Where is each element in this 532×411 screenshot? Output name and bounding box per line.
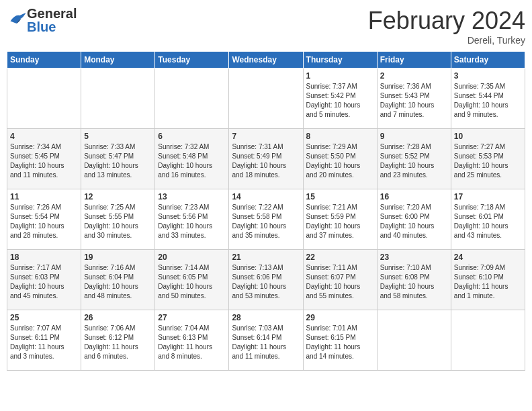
logo: General Blue bbox=[7, 7, 77, 34]
location: Dereli, Turkey bbox=[368, 35, 525, 46]
day-number: 8 bbox=[306, 132, 374, 141]
day-number: 25 bbox=[10, 313, 78, 322]
day-number: 16 bbox=[380, 192, 448, 201]
day-number: 19 bbox=[84, 253, 152, 262]
day-number: 4 bbox=[10, 132, 78, 141]
calendar-cell: 5Sunrise: 7:33 AM Sunset: 5:47 PM Daylig… bbox=[81, 129, 155, 189]
day-number: 5 bbox=[84, 132, 152, 141]
day-info: Sunrise: 7:14 AM Sunset: 6:05 PM Dayligh… bbox=[158, 263, 226, 301]
day-number: 24 bbox=[454, 253, 522, 262]
calendar-cell: 24Sunrise: 7:09 AM Sunset: 6:10 PM Dayli… bbox=[451, 250, 525, 310]
calendar-cell bbox=[451, 310, 525, 371]
day-number: 1 bbox=[306, 71, 374, 81]
calendar-cell: 15Sunrise: 7:21 AM Sunset: 5:59 PM Dayli… bbox=[303, 189, 377, 250]
calendar-cell: 2Sunrise: 7:36 AM Sunset: 5:43 PM Daylig… bbox=[377, 68, 451, 129]
day-info: Sunrise: 7:21 AM Sunset: 5:59 PM Dayligh… bbox=[306, 203, 374, 240]
day-number: 9 bbox=[380, 132, 448, 141]
logo-bird-icon bbox=[8, 11, 27, 27]
day-info: Sunrise: 7:25 AM Sunset: 5:55 PM Dayligh… bbox=[84, 203, 152, 240]
day-info: Sunrise: 7:07 AM Sunset: 6:11 PM Dayligh… bbox=[10, 324, 78, 361]
day-info: Sunrise: 7:09 AM Sunset: 6:10 PM Dayligh… bbox=[454, 263, 522, 301]
day-info: Sunrise: 7:34 AM Sunset: 5:45 PM Dayligh… bbox=[10, 142, 78, 180]
calendar-cell bbox=[7, 68, 81, 129]
calendar-cell: 6Sunrise: 7:32 AM Sunset: 5:48 PM Daylig… bbox=[155, 129, 229, 189]
week-row-4: 18Sunrise: 7:17 AM Sunset: 6:03 PM Dayli… bbox=[7, 250, 525, 310]
day-number: 11 bbox=[10, 192, 78, 201]
calendar-cell: 20Sunrise: 7:14 AM Sunset: 6:05 PM Dayli… bbox=[155, 250, 229, 310]
day-info: Sunrise: 7:22 AM Sunset: 5:58 PM Dayligh… bbox=[232, 203, 300, 240]
day-info: Sunrise: 7:06 AM Sunset: 6:12 PM Dayligh… bbox=[84, 324, 152, 361]
calendar-cell: 26Sunrise: 7:06 AM Sunset: 6:12 PM Dayli… bbox=[81, 310, 155, 371]
col-header-tuesday: Tuesday bbox=[155, 52, 229, 68]
day-number: 27 bbox=[158, 313, 226, 322]
calendar-cell: 12Sunrise: 7:25 AM Sunset: 5:55 PM Dayli… bbox=[81, 189, 155, 250]
day-info: Sunrise: 7:23 AM Sunset: 5:56 PM Dayligh… bbox=[158, 203, 226, 240]
calendar-cell: 9Sunrise: 7:28 AM Sunset: 5:52 PM Daylig… bbox=[377, 129, 451, 189]
day-info: Sunrise: 7:31 AM Sunset: 5:49 PM Dayligh… bbox=[232, 142, 300, 180]
calendar-cell: 23Sunrise: 7:10 AM Sunset: 6:08 PM Dayli… bbox=[377, 250, 451, 310]
week-row-5: 25Sunrise: 7:07 AM Sunset: 6:11 PM Dayli… bbox=[7, 310, 525, 371]
day-number: 3 bbox=[454, 71, 522, 81]
calendar-cell: 18Sunrise: 7:17 AM Sunset: 6:03 PM Dayli… bbox=[7, 250, 81, 310]
calendar-cell: 10Sunrise: 7:27 AM Sunset: 5:53 PM Dayli… bbox=[451, 129, 525, 189]
day-number: 29 bbox=[306, 313, 374, 322]
col-header-sunday: Sunday bbox=[7, 52, 81, 68]
day-info: Sunrise: 7:37 AM Sunset: 5:42 PM Dayligh… bbox=[306, 82, 374, 120]
day-info: Sunrise: 7:32 AM Sunset: 5:48 PM Dayligh… bbox=[158, 142, 226, 180]
day-info: Sunrise: 7:36 AM Sunset: 5:43 PM Dayligh… bbox=[380, 82, 448, 120]
calendar-cell bbox=[81, 68, 155, 129]
day-number: 28 bbox=[232, 313, 300, 322]
calendar-cell: 21Sunrise: 7:13 AM Sunset: 6:06 PM Dayli… bbox=[229, 250, 303, 310]
calendar-table: SundayMondayTuesdayWednesdayThursdayFrid… bbox=[7, 51, 525, 371]
logo-line2: Blue bbox=[27, 20, 77, 34]
calendar-cell: 4Sunrise: 7:34 AM Sunset: 5:45 PM Daylig… bbox=[7, 129, 81, 189]
logo-line1: General bbox=[27, 7, 77, 20]
calendar-cell: 22Sunrise: 7:11 AM Sunset: 6:07 PM Dayli… bbox=[303, 250, 377, 310]
day-info: Sunrise: 7:27 AM Sunset: 5:53 PM Dayligh… bbox=[454, 142, 522, 180]
col-header-monday: Monday bbox=[81, 52, 155, 68]
week-row-1: 1Sunrise: 7:37 AM Sunset: 5:42 PM Daylig… bbox=[7, 68, 525, 129]
col-header-saturday: Saturday bbox=[451, 52, 525, 68]
day-number: 12 bbox=[84, 192, 152, 201]
col-header-wednesday: Wednesday bbox=[229, 52, 303, 68]
day-info: Sunrise: 7:20 AM Sunset: 6:00 PM Dayligh… bbox=[380, 203, 448, 240]
day-info: Sunrise: 7:33 AM Sunset: 5:47 PM Dayligh… bbox=[84, 142, 152, 180]
calendar-cell: 25Sunrise: 7:07 AM Sunset: 6:11 PM Dayli… bbox=[7, 310, 81, 371]
calendar-cell: 14Sunrise: 7:22 AM Sunset: 5:58 PM Dayli… bbox=[229, 189, 303, 250]
day-info: Sunrise: 7:29 AM Sunset: 5:50 PM Dayligh… bbox=[306, 142, 374, 180]
calendar-cell: 8Sunrise: 7:29 AM Sunset: 5:50 PM Daylig… bbox=[303, 129, 377, 189]
calendar-cell bbox=[377, 310, 451, 371]
calendar-cell: 1Sunrise: 7:37 AM Sunset: 5:42 PM Daylig… bbox=[303, 68, 377, 129]
week-row-2: 4Sunrise: 7:34 AM Sunset: 5:45 PM Daylig… bbox=[7, 129, 525, 189]
day-number: 20 bbox=[158, 253, 226, 262]
day-number: 7 bbox=[232, 132, 300, 141]
month-title: February 2024 bbox=[368, 7, 525, 35]
day-number: 10 bbox=[454, 132, 522, 141]
day-number: 2 bbox=[380, 71, 448, 81]
calendar-cell: 29Sunrise: 7:01 AM Sunset: 6:15 PM Dayli… bbox=[303, 310, 377, 371]
day-info: Sunrise: 7:16 AM Sunset: 6:04 PM Dayligh… bbox=[84, 263, 152, 301]
day-info: Sunrise: 7:11 AM Sunset: 6:07 PM Dayligh… bbox=[306, 263, 374, 301]
header-row: SundayMondayTuesdayWednesdayThursdayFrid… bbox=[7, 52, 525, 68]
day-info: Sunrise: 7:04 AM Sunset: 6:13 PM Dayligh… bbox=[158, 324, 226, 361]
calendar-cell: 7Sunrise: 7:31 AM Sunset: 5:49 PM Daylig… bbox=[229, 129, 303, 189]
day-info: Sunrise: 7:35 AM Sunset: 5:44 PM Dayligh… bbox=[454, 82, 522, 120]
day-info: Sunrise: 7:18 AM Sunset: 6:01 PM Dayligh… bbox=[454, 203, 522, 240]
day-info: Sunrise: 7:01 AM Sunset: 6:15 PM Dayligh… bbox=[306, 324, 374, 361]
calendar-cell: 16Sunrise: 7:20 AM Sunset: 6:00 PM Dayli… bbox=[377, 189, 451, 250]
calendar-cell: 19Sunrise: 7:16 AM Sunset: 6:04 PM Dayli… bbox=[81, 250, 155, 310]
day-info: Sunrise: 7:28 AM Sunset: 5:52 PM Dayligh… bbox=[380, 142, 448, 180]
day-number: 23 bbox=[380, 253, 448, 262]
day-number: 21 bbox=[232, 253, 300, 262]
day-number: 17 bbox=[454, 192, 522, 201]
day-info: Sunrise: 7:17 AM Sunset: 6:03 PM Dayligh… bbox=[10, 263, 78, 301]
day-number: 15 bbox=[306, 192, 374, 201]
day-number: 22 bbox=[306, 253, 374, 262]
calendar-cell: 17Sunrise: 7:18 AM Sunset: 6:01 PM Dayli… bbox=[451, 189, 525, 250]
calendar-cell bbox=[155, 68, 229, 129]
day-info: Sunrise: 7:13 AM Sunset: 6:06 PM Dayligh… bbox=[232, 263, 300, 301]
day-number: 26 bbox=[84, 313, 152, 322]
calendar-cell bbox=[229, 68, 303, 129]
day-number: 6 bbox=[158, 132, 226, 141]
day-number: 13 bbox=[158, 192, 226, 201]
